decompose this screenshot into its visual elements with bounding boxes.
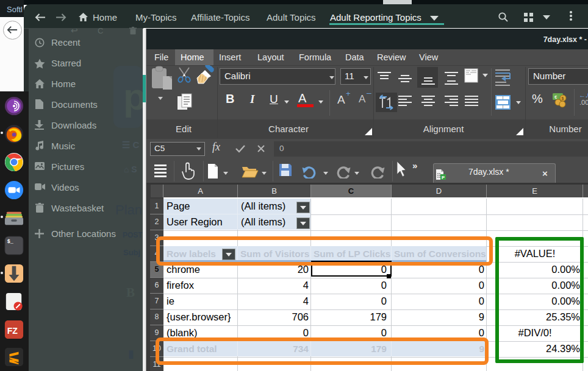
- svg-text:FZ: FZ: [7, 326, 18, 336]
- svg-text:P: P: [442, 175, 445, 180]
- svg-text:$: $: [562, 96, 564, 101]
- svg-text:€: €: [554, 94, 558, 100]
- svg-text:$_: $_: [7, 239, 14, 245]
